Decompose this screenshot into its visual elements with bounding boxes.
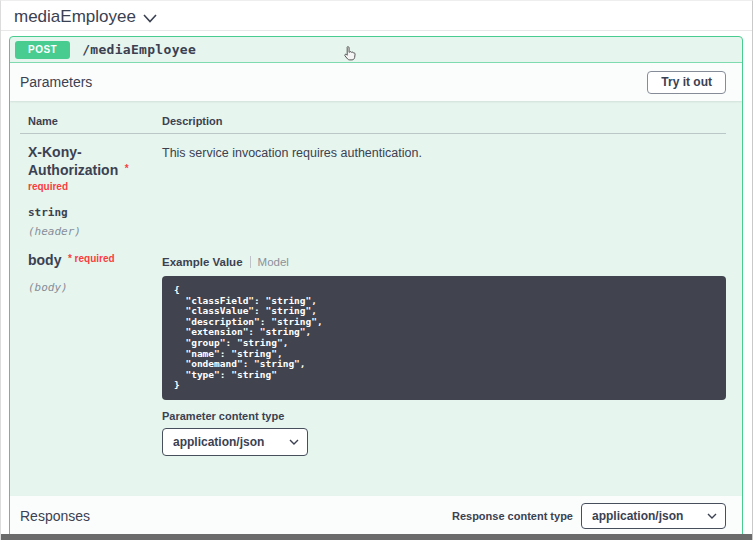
response-content-type-group: Response content type application/json xyxy=(452,503,726,529)
parameters-title: Parameters xyxy=(20,74,92,90)
param-description-cell: This service invocation requires authent… xyxy=(162,143,726,238)
responses-title: Responses xyxy=(20,508,90,524)
responses-section-header: Responses Response content type applicat… xyxy=(10,496,742,536)
tab-separator xyxy=(250,256,251,268)
column-header-name: Name xyxy=(28,115,162,127)
param-location: (header) xyxy=(28,225,162,238)
try-it-out-button[interactable]: Try it out xyxy=(647,71,726,94)
param-name: X-Kony-Authorization xyxy=(28,144,118,178)
param-type: string xyxy=(28,206,162,219)
param-location: (body) xyxy=(28,281,162,294)
param-row-body: body * required (body) Example Value Mod… xyxy=(20,242,726,496)
response-content-type-select[interactable]: application/json xyxy=(581,503,726,529)
operation-path: /mediaEmployee xyxy=(82,42,196,57)
parameter-content-type-label: Parameter content type xyxy=(162,410,726,422)
tab-model[interactable]: Model xyxy=(258,256,289,268)
response-content-type-label: Response content type xyxy=(452,510,573,522)
tab-example-value[interactable]: Example Value xyxy=(162,256,243,268)
param-name-cell: X-Kony-Authorization * required string (… xyxy=(28,143,162,238)
body-example-json: { "classField": "string", "classValue": … xyxy=(162,276,726,400)
parameters-body: Name Description X-Kony-Authorization * … xyxy=(10,101,742,496)
parameters-section-header: Parameters Try it out xyxy=(10,63,742,101)
opblock-post-mediaemployee: POST /mediaEmployee Parameters Try it ou… xyxy=(9,36,743,540)
column-header-description: Description xyxy=(162,115,724,127)
parameter-content-type-select[interactable]: application/json xyxy=(162,428,308,456)
method-badge-post: POST xyxy=(15,41,70,59)
spacer xyxy=(162,456,726,496)
required-badge: * required xyxy=(68,253,115,264)
param-name-cell: body * required (body) xyxy=(28,251,162,496)
swagger-ui-screen: mediaEmployee POST /mediaEmployee Parame… xyxy=(0,0,753,540)
response-content-type-wrap: application/json xyxy=(581,503,726,529)
param-description-cell: Example Value Model { "classField": "str… xyxy=(162,251,726,496)
param-name: body xyxy=(28,252,61,268)
parameters-table-header: Name Description xyxy=(20,109,726,134)
window-bottom-bar xyxy=(1,534,752,540)
tag-header-mediaemployee[interactable]: mediaEmployee xyxy=(1,1,752,31)
param-description: This service invocation requires authent… xyxy=(162,143,726,160)
param-row-x-kony-authorization: X-Kony-Authorization * required string (… xyxy=(20,134,726,238)
parameter-content-type-wrap: application/json xyxy=(162,428,308,456)
model-example-tabs: Example Value Model xyxy=(162,256,726,268)
chevron-down-icon xyxy=(143,9,157,27)
tag-title: mediaEmployee xyxy=(14,7,136,27)
opblock-summary[interactable]: POST /mediaEmployee xyxy=(10,37,742,63)
